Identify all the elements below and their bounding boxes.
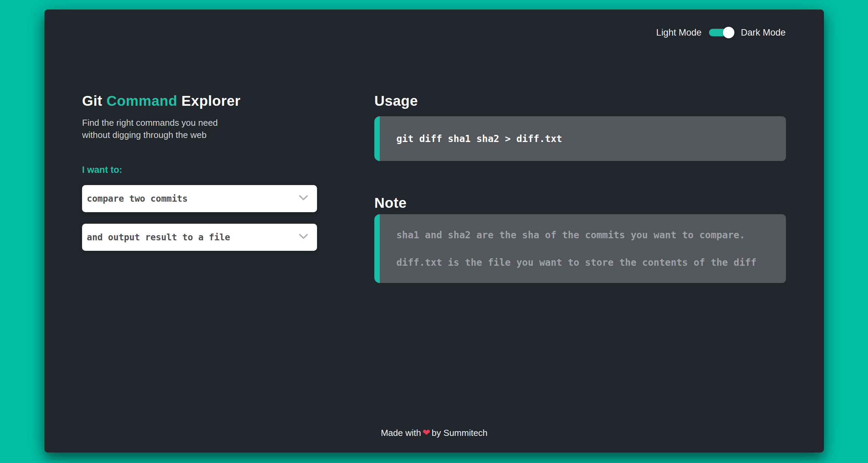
footer-suffix: by Summitech: [432, 428, 488, 438]
chevron-down-icon: [299, 195, 308, 202]
note-line: diff.txt is the file you want to store t…: [396, 257, 786, 268]
chevron-down-icon: [299, 234, 308, 241]
note-heading: Note: [374, 195, 407, 211]
right-column: Usage git diff sha1 sha2 > diff.txt Note…: [374, 9, 786, 452]
page-background: Light Mode Dark Mode Git Command Explore…: [0, 0, 868, 463]
primary-command-selected-value: compare two commits: [87, 194, 188, 204]
page-title: Git Command Explorer: [82, 93, 240, 109]
heart-icon: ❤: [421, 427, 432, 438]
left-column: Git Command Explorer Find the right comm…: [82, 9, 317, 452]
note-block: sha1 and sha2 are the sha of the commits…: [374, 214, 786, 283]
note-line: sha1 and sha2 are the sha of the commits…: [396, 229, 786, 241]
i-want-to-label: I want to:: [82, 165, 122, 175]
usage-code-block: git diff sha1 sha2 > diff.txt: [374, 116, 786, 161]
title-git: Git: [82, 93, 102, 109]
subtitle-line-2: without digging through the web: [82, 130, 206, 140]
app-subtitle: Find the right commands you need without…: [82, 117, 218, 141]
secondary-command-select[interactable]: and output result to a file: [82, 224, 317, 251]
primary-command-select[interactable]: compare two commits: [82, 185, 317, 212]
title-command: Command: [106, 93, 177, 109]
subtitle-line-1: Find the right commands you need: [82, 118, 218, 128]
usage-heading: Usage: [374, 93, 418, 109]
secondary-command-selected-value: and output result to a file: [87, 232, 230, 242]
app-card: Light Mode Dark Mode Git Command Explore…: [44, 9, 824, 452]
footer-prefix: Made with: [381, 428, 421, 438]
footer-credit: Made with❤by Summitech: [44, 427, 824, 438]
title-explorer: Explorer: [181, 93, 240, 109]
usage-command-text: git diff sha1 sha2 > diff.txt: [396, 133, 562, 144]
